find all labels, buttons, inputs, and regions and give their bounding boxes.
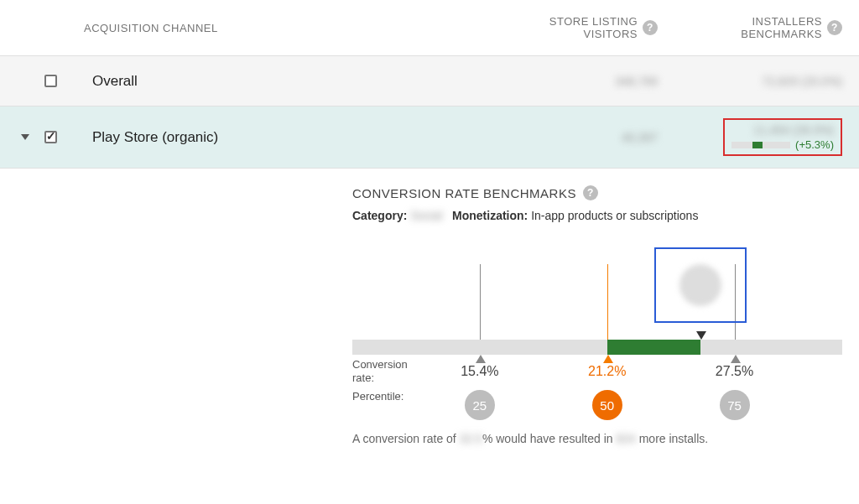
col-visitors-line1: STORE LISTING bbox=[549, 15, 638, 28]
row-visitors: 348,769 bbox=[473, 75, 658, 88]
benchmark-delta: (+5.3%) bbox=[795, 138, 834, 151]
rate-p25: 15.4% bbox=[461, 364, 498, 379]
column-header-installers: INSTALLERS BENCHMARKS ? bbox=[658, 15, 842, 40]
marker-arrow-up-icon bbox=[731, 355, 741, 363]
detail-meta: Category: Social Monetization: In-app pr… bbox=[352, 209, 842, 222]
monetization-label: Monetization: bbox=[452, 209, 528, 222]
table-row[interactable]: Overall 348,769 72,829 (20.0%) bbox=[0, 56, 859, 107]
marker-arrow-up-icon bbox=[476, 355, 486, 363]
installers-value-blur: 11,454 (28.3%) bbox=[753, 123, 834, 137]
expand-toggle[interactable] bbox=[17, 134, 34, 140]
benchmark-sparkline-row: (+5.3%) bbox=[731, 138, 834, 151]
row-installers: 11,454 (28.3%) (+5.3%) bbox=[658, 118, 842, 156]
rate-p75: 27.5% bbox=[716, 364, 753, 379]
benchmark-sparkbar bbox=[731, 142, 790, 148]
installers-value-blur: 72,829 (20.0%) bbox=[762, 75, 842, 88]
marker-arrow-up-icon bbox=[603, 355, 613, 363]
marker-line-p50 bbox=[607, 264, 608, 340]
chevron-down-icon bbox=[21, 134, 29, 140]
percentile-badge-p75: 75 bbox=[720, 390, 750, 420]
footer-prefix: A conversion rate of bbox=[352, 432, 460, 445]
visitors-value-blur: 348,769 bbox=[615, 75, 658, 88]
checkbox-col bbox=[34, 131, 67, 143]
help-icon[interactable]: ? bbox=[643, 20, 658, 35]
row-label: Overall bbox=[67, 73, 473, 90]
footer-mid: % would have resulted in bbox=[482, 432, 617, 445]
row-visitors: 40,397 bbox=[473, 131, 658, 144]
table-row[interactable]: Play Store (organic) 40,397 11,454 (28.3… bbox=[0, 107, 859, 169]
detail-title-text: CONVERSION RATE BENCHMARKS bbox=[352, 186, 576, 200]
row-installers: 72,829 (20.0%) bbox=[658, 75, 842, 88]
benchmark-chart: Conversion rate: 15.4% 21.2% 27.5% Perce… bbox=[352, 247, 842, 407]
chart-track bbox=[352, 340, 842, 355]
col-installers-line2: BENCHMARKS bbox=[741, 28, 822, 40]
footer-suffix: more installs. bbox=[636, 432, 708, 445]
visitors-value-blur: 40,397 bbox=[622, 131, 658, 144]
monetization-value: In-app products or subscriptions bbox=[531, 209, 698, 222]
percentile-badge-p50: 50 bbox=[592, 390, 622, 420]
help-icon[interactable]: ? bbox=[827, 20, 842, 35]
detail-title: CONVERSION RATE BENCHMARKS ? bbox=[352, 185, 842, 200]
col-installers-line1: INSTALLERS bbox=[752, 15, 822, 28]
percentile-label: Percentile: bbox=[352, 390, 424, 403]
category-value-blur: Social bbox=[410, 209, 442, 222]
column-header-visitors: STORE LISTING VISITORS ? bbox=[473, 15, 658, 40]
footer-blur: 824 bbox=[616, 432, 635, 445]
footer-blur: 32.5 bbox=[460, 432, 482, 445]
highlight-box: 11,454 (28.3%) (+5.3%) bbox=[723, 118, 842, 156]
marker-arrow-down-icon bbox=[696, 331, 706, 340]
highlight-box bbox=[654, 247, 747, 323]
help-icon[interactable]: ? bbox=[583, 185, 598, 200]
col-visitors-line2: VISITORS bbox=[584, 28, 638, 40]
marker-line-p25 bbox=[480, 264, 481, 340]
conversion-rate-label: Conversion rate: bbox=[352, 358, 424, 384]
percentile-badge-p25: 25 bbox=[465, 390, 495, 420]
row-checkbox[interactable] bbox=[44, 131, 57, 143]
table-header: ACQUISITION CHANNEL STORE LISTING VISITO… bbox=[0, 0, 859, 56]
category-label: Category: bbox=[352, 209, 407, 222]
footer-note: A conversion rate of 32.5% would have re… bbox=[352, 432, 842, 445]
row-checkbox[interactable] bbox=[44, 75, 57, 87]
checkbox-col bbox=[34, 75, 67, 87]
benchmark-detail: CONVERSION RATE BENCHMARKS ? Category: S… bbox=[0, 169, 859, 462]
row-label: Play Store (organic) bbox=[67, 129, 473, 146]
chart-green-range bbox=[607, 340, 700, 355]
column-header-channel: ACQUISITION CHANNEL bbox=[34, 22, 473, 34]
rate-p50: 21.2% bbox=[588, 364, 626, 379]
